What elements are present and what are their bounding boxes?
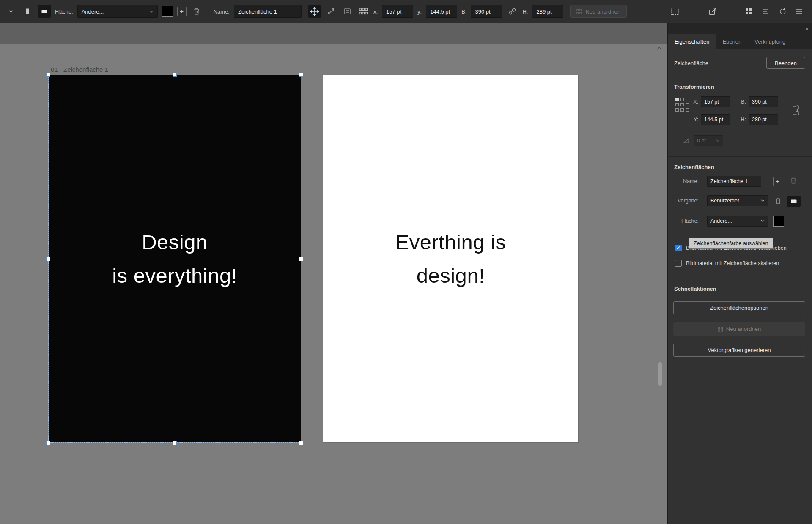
checkbox-move-artwork[interactable]: ✓ (675, 245, 682, 251)
rearrange-all-button[interactable] (357, 5, 369, 17)
artboard-1-text-line2: is everything! (112, 259, 237, 292)
scrollbar-up-icon[interactable] (656, 44, 662, 52)
y-label: y: (417, 8, 422, 15)
beenden-button[interactable]: Beenden (766, 57, 805, 69)
portrait-icon (24, 8, 31, 15)
panel-h-label: H: (739, 117, 746, 123)
panel-name-label: Name: (668, 178, 699, 184)
h-input[interactable] (532, 5, 563, 18)
panel-h-input[interactable] (749, 114, 778, 125)
illustrator-window: Fläche: Andere... + Name: (0, 0, 812, 524)
artboard-2-text-line1: Everthing is (395, 226, 506, 259)
artboard-1-text[interactable]: Design is everything! (49, 75, 301, 442)
panel-tabs: Eigenschaften Ebenen Verknüpfung (668, 34, 812, 49)
context-label: Zeichenfläche (674, 60, 708, 66)
panel-y-input[interactable] (701, 114, 730, 125)
panel-header-strip: » (668, 23, 812, 34)
tab-ebenen[interactable]: Ebenen (716, 34, 748, 49)
portrait-icon (775, 198, 782, 205)
align-panel-button[interactable] (760, 5, 771, 17)
b-label: B: (461, 8, 466, 15)
flaeche-select[interactable]: Andere... (77, 5, 158, 18)
trash-icon (790, 177, 797, 185)
new-artboard-button[interactable]: + (177, 7, 187, 16)
angle-select[interactable]: 0 pt (694, 135, 723, 146)
neu-anordnen-toolbar-button[interactable]: Neu anordnen (570, 5, 626, 18)
artboard-name-input[interactable] (234, 5, 302, 18)
tab-verknuepfung[interactable]: Verknüpfung (748, 34, 792, 49)
orientation-landscape-button[interactable] (38, 5, 51, 18)
flaeche-row: Fläche: Andere... (668, 216, 812, 227)
tooltip: Zeichenflächenfarbe auswählen (689, 238, 773, 249)
artboard-2-text[interactable]: Everthing is design! (323, 75, 578, 442)
panel-flaeche-value: Andere... (710, 218, 732, 224)
neu-anordnen-panel-button[interactable]: Neu anordnen (673, 322, 805, 336)
rotate-arrow-icon (779, 8, 787, 16)
vorgabe-row: Vorgabe: Benutzerdef. (668, 195, 812, 207)
canvas-area[interactable]: 01 - Zeichenfläche 1 Design is everythin… (0, 23, 667, 524)
divider (668, 76, 812, 76)
artboard-options-panel-button[interactable]: Zeichenflächenoptionen (673, 301, 805, 314)
panel-b-input[interactable] (749, 96, 778, 107)
artboard-1-text-line1: Design (142, 226, 208, 259)
tab-eigenschaften[interactable]: Eigenschaften (668, 34, 716, 49)
checkbox-scale-artwork[interactable] (675, 260, 682, 267)
panel-constrain-proportions-toggle[interactable] (791, 102, 801, 120)
panel-body: Zeichenfläche Beenden Transformieren X: … (668, 49, 812, 524)
artboard-control-bar: Fläche: Andere... + Name: (0, 0, 812, 23)
move-artwork-with-artboard-toggle[interactable] (308, 5, 321, 18)
flaeche-label: Fläche: (55, 8, 73, 15)
checkbox-scale-label: Bildmaterial mit Zeichenfläche skalieren (686, 260, 808, 266)
b-input[interactable] (471, 5, 502, 18)
angle-value: 0 pt (697, 138, 706, 144)
h-label: H: (522, 8, 528, 15)
generate-vectors-button[interactable]: Vektorgrafiken generieren (673, 344, 805, 357)
toolbar-right-cluster (743, 5, 807, 17)
x-input[interactable] (382, 5, 413, 18)
artboard-options-button[interactable] (341, 5, 353, 17)
grid-icon (359, 7, 368, 16)
chevron-down-icon (149, 10, 154, 13)
artboard-1[interactable]: Design is everything! (49, 75, 301, 442)
panel-flaeche-select[interactable]: Andere... (707, 216, 768, 227)
check-icon: ✓ (676, 245, 680, 251)
menu-button[interactable] (793, 5, 805, 17)
resize-artboard-button[interactable] (325, 5, 337, 17)
grid-icon (576, 9, 582, 14)
transform-row-2: Y: H: (691, 114, 778, 125)
workspace-grid-button[interactable] (743, 5, 754, 17)
artboard-2-text-line2: design! (417, 259, 485, 292)
panel-portrait-button[interactable] (772, 196, 784, 207)
panel-new-artboard-button[interactable]: + (773, 177, 782, 186)
panel-delete-artboard-button[interactable] (790, 177, 797, 186)
chevron-down-icon (761, 220, 765, 222)
artboards-heading: Zeichenflächen (674, 164, 714, 170)
vorgabe-select[interactable]: Benutzerdef. (707, 195, 768, 206)
panel-landscape-button[interactable] (787, 196, 801, 207)
artboard-bounds-button[interactable] (669, 5, 681, 17)
constrain-proportions-toggle[interactable] (506, 5, 518, 17)
artboard-color-swatch[interactable] (162, 6, 173, 17)
landscape-icon (41, 8, 48, 15)
canvas-top-strip (0, 23, 667, 44)
chevron-down-icon (761, 199, 765, 202)
panel-x-input[interactable] (701, 96, 730, 107)
vorgabe-value: Benutzerdef. (710, 198, 741, 204)
delete-artboard-button[interactable] (191, 5, 203, 17)
panel-collapse-icon[interactable]: » (805, 25, 808, 32)
orientation-portrait-button[interactable] (21, 5, 34, 18)
move-crosshair-icon (310, 7, 319, 16)
reset-rotate-button[interactable] (776, 5, 788, 17)
artboard-2[interactable]: Everthing is design! (323, 75, 578, 442)
transform-heading: Transformieren (674, 84, 714, 90)
export-button[interactable] (707, 5, 719, 17)
vertical-scrollbar-thumb[interactable] (658, 362, 662, 386)
y-input[interactable] (426, 5, 457, 18)
artboard-title-label[interactable]: 01 - Zeichenfläche 1 (51, 66, 108, 73)
toolbar-collapse-chevron-icon[interactable] (5, 5, 17, 17)
panel-color-swatch[interactable] (773, 216, 784, 227)
reference-point-locator[interactable] (675, 98, 689, 112)
panel-name-input[interactable] (707, 176, 761, 187)
broken-chain-icon (508, 7, 516, 16)
reference-point (675, 98, 679, 101)
